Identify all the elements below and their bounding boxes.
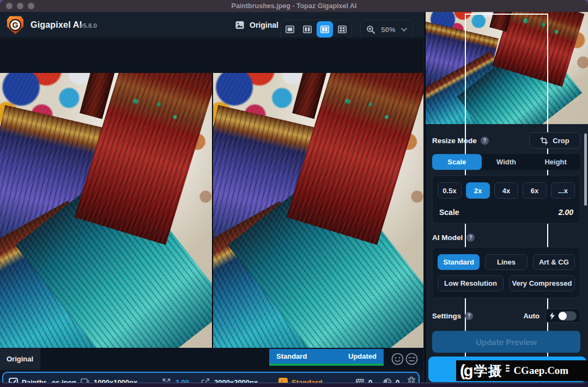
scale-custom-button[interactable]: ...x: [551, 182, 575, 199]
photo-teal-brush: [228, 165, 423, 348]
model-image-icon: [278, 378, 288, 383]
right-sidebar: Resize Mode ? Crop Scale Width Height 0: [425, 12, 588, 383]
export-icon: [201, 377, 210, 383]
settings-title: Settings: [432, 312, 461, 320]
photo-brush-handle: [80, 73, 117, 119]
resize-mode-tabs: Scale Width Height: [432, 154, 580, 170]
desktop: Paintbrushes.jpeg - Topaz Gigapixel AI G…: [0, 0, 588, 387]
model-standard-button[interactable]: Standard: [438, 254, 480, 270]
titlebar: Paintbrushes.jpeg - Topaz Gigapixel AI: [0, 0, 588, 12]
paintbrushes-photo: [0, 73, 212, 348]
sidebar-content: Resize Mode ? Crop Scale Width Height 0: [432, 124, 580, 383]
processed-pane-badge[interactable]: Standard Updated: [269, 349, 384, 366]
update-preview-button[interactable]: Update Preview: [432, 331, 580, 353]
zoom-in-icon: [366, 25, 375, 34]
photo-brush-handle: [292, 73, 329, 119]
watermark-logo: (g: [460, 363, 471, 379]
delete-file-button[interactable]: [407, 376, 416, 383]
model-low-resolution-button[interactable]: Low Resolution: [438, 275, 504, 291]
photo-background: [213, 73, 423, 348]
neutral-face-feedback-button[interactable]: [405, 352, 419, 365]
zoom-level-value: 50%: [381, 26, 395, 34]
photo-cyan-brush: [0, 201, 143, 348]
file-info-bar: Paintbr...es.jpeg 1000x1000px 2.00: [0, 370, 423, 383]
quad-view-button[interactable]: [334, 21, 350, 38]
blur-icon: [383, 378, 392, 383]
model-lines-button[interactable]: Lines: [485, 254, 527, 270]
app-toolbar: G Gigapixel AI v5.8.0 Original: [0, 12, 423, 38]
app-name: Gigapixel AI: [31, 20, 82, 30]
settings-help-icon[interactable]: ?: [465, 312, 473, 320]
photo-paint-blobs: [213, 73, 325, 153]
model-art-cg-button[interactable]: Art & CG: [533, 254, 575, 270]
original-image-pane[interactable]: [0, 73, 212, 348]
output-size-cluster: 2000x2000px: [201, 373, 258, 383]
file-checkbox[interactable]: [9, 378, 18, 383]
image-viewer: [0, 73, 423, 348]
split-view-button[interactable]: [299, 21, 316, 38]
photo-gold-band: [0, 240, 92, 348]
file-name: Paintbr...es.jpeg: [22, 378, 76, 383]
ai-model-help-icon[interactable]: ?: [466, 234, 475, 242]
output-size-value: 2000x2000px: [214, 378, 258, 383]
happy-face-feedback-button[interactable]: [391, 352, 404, 365]
scale-0-5x-button[interactable]: 0.5x: [438, 182, 462, 199]
crop-button[interactable]: Crop: [529, 132, 580, 149]
expand-arrows-icon: [162, 378, 171, 383]
frame-icon: [80, 377, 90, 383]
gigapixel-logo-icon: G: [5, 15, 25, 35]
resize-help-icon[interactable]: ?: [481, 137, 489, 145]
photo-purple-brush: [213, 105, 317, 288]
badge-status-label: Updated: [348, 352, 377, 360]
ai-model-panel: Standard Lines Art & CG Low Resolution V…: [432, 247, 580, 298]
file-row[interactable]: Paintbr...es.jpeg 1000x1000px 2.00: [2, 372, 420, 383]
photo-purple-brush: [0, 105, 104, 288]
input-size-value: 1000x1000px: [94, 378, 137, 383]
scale-factor-value: 2.00: [175, 378, 189, 383]
tab-scale[interactable]: Scale: [432, 154, 482, 170]
watermark-brand: 学摄: [474, 362, 502, 380]
scale-4x-button[interactable]: 4x: [494, 182, 518, 199]
view-mode-group: [280, 20, 352, 39]
processed-image-pane[interactable]: [213, 73, 423, 348]
image-icon: [234, 20, 245, 30]
model-name-value: Standard: [292, 378, 322, 383]
sidebar-scrollbar-thumb[interactable]: [584, 133, 587, 206]
app-version: v5.8.0: [80, 22, 97, 29]
input-size-cluster: 1000x1000px: [80, 373, 137, 383]
scale-2x-button[interactable]: 2x: [466, 182, 490, 199]
model-cluster: Standard: [278, 373, 322, 383]
lightning-bolt-icon: [549, 312, 555, 320]
tab-height[interactable]: Height: [531, 154, 580, 170]
noise-icon: [355, 378, 365, 383]
watermark-site: CGaep.Com: [513, 365, 568, 377]
tab-width[interactable]: Width: [482, 154, 531, 170]
resize-mode-title: Resize Mode: [432, 137, 477, 145]
blur-cluster: 0: [383, 373, 399, 383]
model-very-compressed-button[interactable]: Very Compressed: [509, 275, 575, 291]
zoom-control[interactable]: 50%: [360, 20, 413, 39]
preview-mode-label: Original: [250, 21, 278, 29]
canvas-column: G Gigapixel AI v5.8.0 Original: [0, 12, 423, 383]
file-select-cluster: Paintbr...es.jpeg: [9, 373, 76, 383]
preview-mode-selector[interactable]: Original: [234, 20, 278, 30]
crop-button-label: Crop: [553, 137, 569, 145]
scale-field-label: Scale: [439, 208, 459, 217]
single-view-button[interactable]: [282, 21, 298, 38]
watermark-mini-text: [506, 365, 510, 377]
blur-value: 0: [396, 378, 399, 383]
toggle-knob: [559, 312, 567, 320]
photo-teal-brush: [15, 164, 212, 348]
noise-value: 0: [368, 378, 372, 383]
scale-6x-button[interactable]: 6x: [523, 182, 547, 199]
side-by-side-view-button[interactable]: [317, 21, 333, 38]
app-window: Paintbrushes.jpeg - Topaz Gigapixel AI G…: [0, 0, 588, 383]
original-pane-label: Original: [0, 348, 40, 370]
ai-model-title: AI Model: [432, 234, 463, 242]
watermark-banner: (g 学摄 CGaep.Com: [456, 360, 588, 381]
scale-field-value[interactable]: 2.00: [559, 208, 573, 217]
scale-panel: 0.5x 2x 4x 6x ...x Scale 2.00: [432, 175, 580, 224]
paintbrushes-photo: [213, 73, 423, 348]
auto-settings-toggle[interactable]: [545, 309, 580, 323]
viewer-label-bar: Original Standard Updated: [0, 348, 423, 370]
